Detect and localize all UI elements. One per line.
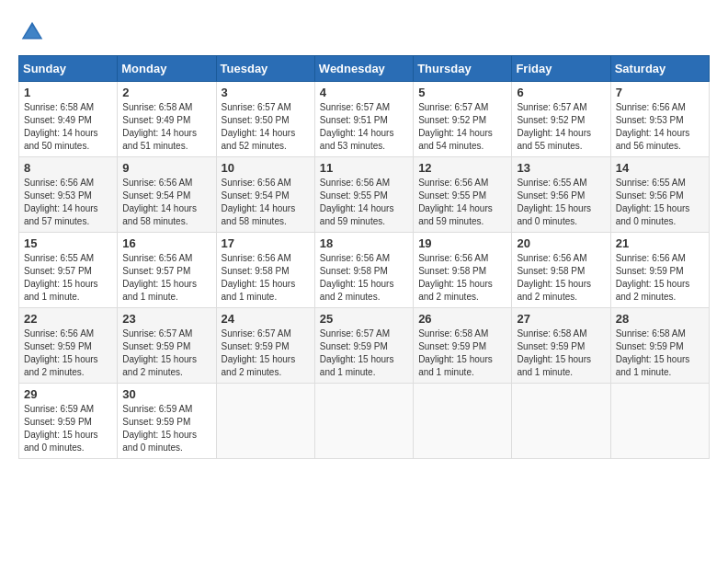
day-cell: 17Sunrise: 6:56 AMSunset: 9:58 PMDayligh… bbox=[216, 233, 314, 308]
day-cell: 18Sunrise: 6:56 AMSunset: 9:58 PMDayligh… bbox=[314, 233, 413, 308]
week-row-2: 8Sunrise: 6:56 AMSunset: 9:53 PMDaylight… bbox=[19, 157, 710, 233]
day-info: Sunrise: 6:58 AMSunset: 9:49 PMDaylight:… bbox=[122, 101, 210, 153]
logo bbox=[18, 18, 50, 46]
day-cell: 29Sunrise: 6:59 AMSunset: 9:59 PMDayligh… bbox=[19, 384, 118, 459]
day-info: Sunrise: 6:56 AMSunset: 9:54 PMDaylight:… bbox=[222, 177, 310, 228]
day-cell: 9Sunrise: 6:56 AMSunset: 9:54 PMDaylight… bbox=[118, 157, 216, 233]
day-cell: 28Sunrise: 6:58 AMSunset: 9:59 PMDayligh… bbox=[610, 308, 709, 384]
day-number: 27 bbox=[517, 312, 605, 326]
day-cell: 19Sunrise: 6:56 AMSunset: 9:58 PMDayligh… bbox=[414, 233, 512, 308]
day-info: Sunrise: 6:56 AMSunset: 9:54 PMDaylight:… bbox=[122, 177, 210, 228]
day-number: 18 bbox=[320, 236, 408, 250]
day-info: Sunrise: 6:58 AMSunset: 9:59 PMDaylight:… bbox=[418, 327, 506, 379]
day-info: Sunrise: 6:57 AMSunset: 9:52 PMDaylight:… bbox=[517, 101, 605, 153]
day-number: 24 bbox=[222, 312, 310, 326]
header-row: SundayMondayTuesdayWednesdayThursdayFrid… bbox=[19, 56, 710, 82]
day-cell: 25Sunrise: 6:57 AMSunset: 9:59 PMDayligh… bbox=[314, 308, 413, 384]
day-info: Sunrise: 6:57 AMSunset: 9:51 PMDaylight:… bbox=[320, 101, 408, 153]
day-info: Sunrise: 6:56 AMSunset: 9:58 PMDaylight:… bbox=[222, 252, 310, 304]
day-cell bbox=[512, 384, 610, 459]
week-row-1: 1Sunrise: 6:58 AMSunset: 9:49 PMDaylight… bbox=[19, 82, 710, 157]
day-number: 5 bbox=[418, 86, 506, 99]
day-number: 20 bbox=[517, 236, 605, 250]
day-number: 11 bbox=[320, 161, 408, 175]
day-number: 9 bbox=[122, 161, 210, 175]
day-info: Sunrise: 6:57 AMSunset: 9:59 PMDaylight:… bbox=[222, 327, 310, 379]
day-number: 7 bbox=[616, 86, 704, 99]
day-cell: 10Sunrise: 6:56 AMSunset: 9:54 PMDayligh… bbox=[216, 157, 314, 233]
day-info: Sunrise: 6:57 AMSunset: 9:59 PMDaylight:… bbox=[320, 327, 408, 379]
day-cell: 8Sunrise: 6:56 AMSunset: 9:53 PMDaylight… bbox=[19, 157, 118, 233]
day-cell: 26Sunrise: 6:58 AMSunset: 9:59 PMDayligh… bbox=[414, 308, 512, 384]
day-info: Sunrise: 6:56 AMSunset: 9:59 PMDaylight:… bbox=[24, 327, 112, 379]
day-info: Sunrise: 6:56 AMSunset: 9:59 PMDaylight:… bbox=[616, 252, 704, 304]
day-cell: 13Sunrise: 6:55 AMSunset: 9:56 PMDayligh… bbox=[512, 157, 610, 233]
day-info: Sunrise: 6:59 AMSunset: 9:59 PMDaylight:… bbox=[122, 403, 210, 454]
day-number: 29 bbox=[24, 387, 112, 401]
week-row-3: 15Sunrise: 6:55 AMSunset: 9:57 PMDayligh… bbox=[19, 233, 710, 308]
day-number: 10 bbox=[222, 161, 310, 175]
day-number: 30 bbox=[122, 387, 210, 401]
day-info: Sunrise: 6:57 AMSunset: 9:59 PMDaylight:… bbox=[122, 327, 210, 379]
day-number: 12 bbox=[418, 161, 506, 175]
day-number: 3 bbox=[222, 86, 310, 99]
day-info: Sunrise: 6:56 AMSunset: 9:55 PMDaylight:… bbox=[418, 177, 506, 228]
day-cell: 27Sunrise: 6:58 AMSunset: 9:59 PMDayligh… bbox=[512, 308, 610, 384]
col-header-sunday: Sunday bbox=[19, 56, 118, 82]
col-header-monday: Monday bbox=[118, 56, 216, 82]
day-info: Sunrise: 6:56 AMSunset: 9:58 PMDaylight:… bbox=[418, 252, 506, 304]
day-cell bbox=[610, 384, 709, 459]
day-number: 13 bbox=[517, 161, 605, 175]
day-cell: 23Sunrise: 6:57 AMSunset: 9:59 PMDayligh… bbox=[118, 308, 216, 384]
day-number: 1 bbox=[24, 86, 112, 99]
week-row-5: 29Sunrise: 6:59 AMSunset: 9:59 PMDayligh… bbox=[19, 384, 710, 459]
day-cell bbox=[314, 384, 413, 459]
day-cell: 30Sunrise: 6:59 AMSunset: 9:59 PMDayligh… bbox=[118, 384, 216, 459]
day-number: 8 bbox=[24, 161, 112, 175]
day-cell: 11Sunrise: 6:56 AMSunset: 9:55 PMDayligh… bbox=[314, 157, 413, 233]
day-number: 25 bbox=[320, 312, 408, 326]
day-cell: 16Sunrise: 6:56 AMSunset: 9:57 PMDayligh… bbox=[118, 233, 216, 308]
day-info: Sunrise: 6:58 AMSunset: 9:59 PMDaylight:… bbox=[616, 327, 704, 379]
day-cell: 3Sunrise: 6:57 AMSunset: 9:50 PMDaylight… bbox=[216, 82, 314, 157]
day-cell: 14Sunrise: 6:55 AMSunset: 9:56 PMDayligh… bbox=[610, 157, 709, 233]
day-number: 26 bbox=[418, 312, 506, 326]
day-cell: 12Sunrise: 6:56 AMSunset: 9:55 PMDayligh… bbox=[414, 157, 512, 233]
day-cell: 15Sunrise: 6:55 AMSunset: 9:57 PMDayligh… bbox=[19, 233, 118, 308]
day-info: Sunrise: 6:57 AMSunset: 9:50 PMDaylight:… bbox=[222, 101, 310, 153]
col-header-thursday: Thursday bbox=[414, 56, 512, 82]
day-cell: 1Sunrise: 6:58 AMSunset: 9:49 PMDaylight… bbox=[19, 82, 118, 157]
day-info: Sunrise: 6:56 AMSunset: 9:57 PMDaylight:… bbox=[122, 252, 210, 304]
day-cell: 4Sunrise: 6:57 AMSunset: 9:51 PMDaylight… bbox=[314, 82, 413, 157]
day-number: 16 bbox=[122, 236, 210, 250]
day-number: 2 bbox=[122, 86, 210, 99]
day-info: Sunrise: 6:56 AMSunset: 9:58 PMDaylight:… bbox=[320, 252, 408, 304]
day-cell: 2Sunrise: 6:58 AMSunset: 9:49 PMDaylight… bbox=[118, 82, 216, 157]
day-info: Sunrise: 6:55 AMSunset: 9:56 PMDaylight:… bbox=[517, 177, 605, 228]
day-cell: 24Sunrise: 6:57 AMSunset: 9:59 PMDayligh… bbox=[216, 308, 314, 384]
day-info: Sunrise: 6:56 AMSunset: 9:55 PMDaylight:… bbox=[320, 177, 408, 228]
day-number: 28 bbox=[616, 312, 704, 326]
day-number: 22 bbox=[24, 312, 112, 326]
day-number: 19 bbox=[418, 236, 506, 250]
day-cell bbox=[414, 384, 512, 459]
day-info: Sunrise: 6:56 AMSunset: 9:53 PMDaylight:… bbox=[24, 177, 112, 228]
day-info: Sunrise: 6:55 AMSunset: 9:57 PMDaylight:… bbox=[24, 252, 112, 304]
calendar-table: SundayMondayTuesdayWednesdayThursdayFrid… bbox=[18, 55, 710, 459]
col-header-saturday: Saturday bbox=[610, 56, 709, 82]
day-cell: 7Sunrise: 6:56 AMSunset: 9:53 PMDaylight… bbox=[610, 82, 709, 157]
day-number: 17 bbox=[222, 236, 310, 250]
week-row-4: 22Sunrise: 6:56 AMSunset: 9:59 PMDayligh… bbox=[19, 308, 710, 384]
logo-icon bbox=[18, 18, 46, 46]
page: SundayMondayTuesdayWednesdayThursdayFrid… bbox=[18, 18, 710, 459]
day-info: Sunrise: 6:55 AMSunset: 9:56 PMDaylight:… bbox=[616, 177, 704, 228]
day-number: 14 bbox=[616, 161, 704, 175]
day-info: Sunrise: 6:58 AMSunset: 9:59 PMDaylight:… bbox=[517, 327, 605, 379]
day-info: Sunrise: 6:59 AMSunset: 9:59 PMDaylight:… bbox=[24, 403, 112, 454]
day-info: Sunrise: 6:58 AMSunset: 9:49 PMDaylight:… bbox=[24, 101, 112, 153]
day-cell: 22Sunrise: 6:56 AMSunset: 9:59 PMDayligh… bbox=[19, 308, 118, 384]
col-header-friday: Friday bbox=[512, 56, 610, 82]
day-cell: 6Sunrise: 6:57 AMSunset: 9:52 PMDaylight… bbox=[512, 82, 610, 157]
day-number: 6 bbox=[517, 86, 605, 99]
day-number: 4 bbox=[320, 86, 408, 99]
